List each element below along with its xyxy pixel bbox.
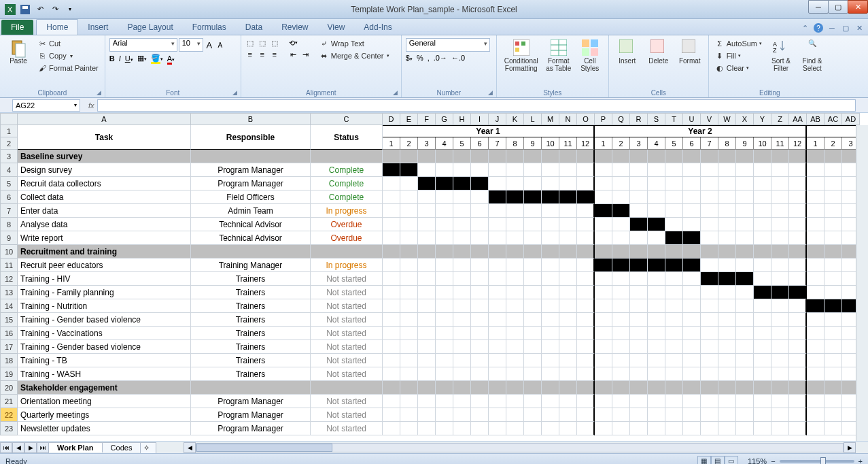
gantt-cell[interactable] <box>542 340 559 354</box>
gantt-cell[interactable] <box>736 177 754 190</box>
task-cell[interactable]: Newsletter updates <box>18 422 191 435</box>
gantt-cell[interactable] <box>701 367 718 381</box>
column-header[interactable]: K <box>506 113 524 125</box>
gantt-cell[interactable] <box>789 299 807 313</box>
gantt-cell[interactable] <box>489 340 506 354</box>
gantt-cell[interactable] <box>648 408 665 422</box>
gantt-cell[interactable] <box>542 190 559 204</box>
gantt-cell[interactable] <box>648 340 665 354</box>
gantt-cell[interactable] <box>824 313 842 327</box>
gantt-cell[interactable] <box>453 340 471 354</box>
gantt-cell[interactable] <box>648 313 665 327</box>
gantt-cell[interactable] <box>807 177 824 190</box>
redo-icon[interactable]: ↷ <box>49 3 61 16</box>
gantt-cell[interactable] <box>595 204 612 218</box>
qat-dropdown-icon[interactable]: ▾ <box>64 3 76 16</box>
gantt-cell[interactable] <box>595 190 612 204</box>
gantt-cell[interactable] <box>383 231 400 245</box>
gantt-cell[interactable] <box>595 408 612 422</box>
number-format-combo[interactable]: General <box>406 38 490 52</box>
gantt-cell[interactable] <box>436 272 453 286</box>
gantt-cell[interactable] <box>824 286 842 299</box>
number-launcher-icon[interactable]: ◢ <box>488 89 495 96</box>
gantt-cell[interactable] <box>559 367 577 381</box>
gantt-cell[interactable] <box>648 259 665 272</box>
gantt-cell[interactable] <box>542 218 559 231</box>
column-header[interactable]: C <box>311 113 383 125</box>
gantt-cell[interactable] <box>683 354 701 367</box>
zoom-level[interactable]: 115% <box>748 457 767 465</box>
gantt-cell[interactable] <box>577 163 595 177</box>
tab-insert[interactable]: Insert <box>78 20 118 35</box>
gantt-cell[interactable] <box>736 231 754 245</box>
status-cell[interactable]: Not started <box>311 286 383 299</box>
gantt-cell[interactable] <box>577 286 595 299</box>
percent-button[interactable]: % <box>417 54 423 62</box>
gantt-cell[interactable] <box>771 408 789 422</box>
gantt-cell[interactable] <box>683 367 701 381</box>
gantt-cell[interactable] <box>630 286 648 299</box>
status-cell[interactable]: Not started <box>311 340 383 354</box>
gantt-cell[interactable] <box>453 286 471 299</box>
gantt-cell[interactable] <box>559 204 577 218</box>
gantt-cell[interactable] <box>718 327 736 340</box>
gantt-cell[interactable] <box>683 259 701 272</box>
decrease-decimal-button[interactable]: ←.0 <box>451 54 465 62</box>
responsible-cell[interactable]: Program Manager <box>191 422 311 435</box>
gantt-cell[interactable] <box>383 177 400 190</box>
gantt-cell[interactable] <box>630 204 648 218</box>
responsible-cell[interactable]: Trainers <box>191 272 311 286</box>
gantt-cell[interactable] <box>665 408 683 422</box>
gantt-cell[interactable] <box>771 163 789 177</box>
gantt-cell[interactable] <box>824 218 842 231</box>
gantt-cell[interactable] <box>542 272 559 286</box>
status-cell[interactable]: Complete <box>311 177 383 190</box>
gantt-cell[interactable] <box>824 354 842 367</box>
minimize-button[interactable]: ─ <box>808 0 829 14</box>
gantt-cell[interactable] <box>471 177 489 190</box>
view-pagebreak-icon[interactable]: ▭ <box>725 456 738 465</box>
gantt-cell[interactable] <box>559 422 577 435</box>
gantt-cell[interactable] <box>383 259 400 272</box>
gantt-cell[interactable] <box>577 204 595 218</box>
gantt-cell[interactable] <box>489 259 506 272</box>
gantt-cell[interactable] <box>471 422 489 435</box>
gantt-cell[interactable] <box>559 395 577 408</box>
row-header[interactable]: 10 <box>0 245 18 259</box>
gantt-cell[interactable] <box>489 190 506 204</box>
gantt-cell[interactable] <box>471 231 489 245</box>
wrap-text-button[interactable]: ⤶Wrap Text <box>317 38 392 49</box>
view-layout-icon[interactable]: ▤ <box>711 456 725 465</box>
gantt-cell[interactable] <box>665 163 683 177</box>
row-header[interactable]: 14 <box>0 299 18 313</box>
task-cell[interactable]: Collect data <box>18 190 191 204</box>
gantt-cell[interactable] <box>559 354 577 367</box>
gantt-cell[interactable] <box>542 204 559 218</box>
gantt-cell[interactable] <box>559 259 577 272</box>
section-header[interactable]: Recruitment and training <box>18 245 191 259</box>
font-size-combo[interactable]: 10 <box>179 38 203 52</box>
merge-center-button[interactable]: ⬌Merge & Center▾ <box>317 50 392 61</box>
gantt-cell[interactable] <box>453 177 471 190</box>
gantt-cell[interactable] <box>612 259 630 272</box>
format-cells-button[interactable]: Format <box>676 38 704 66</box>
gantt-cell[interactable] <box>383 299 400 313</box>
gantt-cell[interactable] <box>648 299 665 313</box>
gantt-cell[interactable] <box>400 354 418 367</box>
gantt-cell[interactable] <box>524 408 542 422</box>
gantt-cell[interactable] <box>400 299 418 313</box>
gantt-cell[interactable] <box>824 259 842 272</box>
gantt-cell[interactable] <box>807 340 824 354</box>
gantt-cell[interactable] <box>789 190 807 204</box>
gantt-cell[interactable] <box>754 190 771 204</box>
gantt-cell[interactable] <box>718 367 736 381</box>
column-header[interactable]: O <box>577 113 595 125</box>
gantt-cell[interactable] <box>453 272 471 286</box>
gantt-cell[interactable] <box>542 177 559 190</box>
task-cell[interactable]: Training - Family planning <box>18 286 191 299</box>
gantt-cell[interactable] <box>771 340 789 354</box>
task-cell[interactable]: Training - TB <box>18 354 191 367</box>
gantt-cell[interactable] <box>807 259 824 272</box>
gantt-cell[interactable] <box>577 408 595 422</box>
status-cell[interactable]: Not started <box>311 367 383 381</box>
